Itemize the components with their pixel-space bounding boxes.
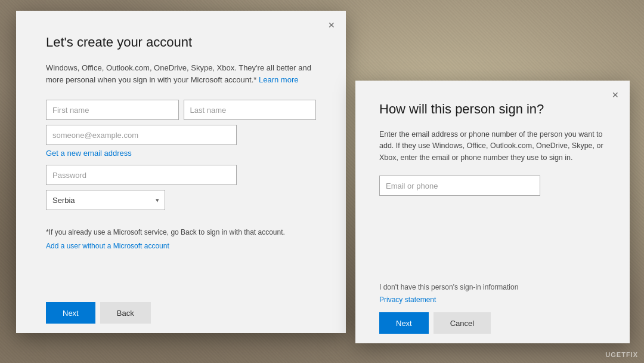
create-dialog-title: Let's create your account (46, 35, 316, 50)
signin-email-input[interactable] (379, 176, 540, 196)
learn-more-link[interactable]: Learn more (259, 75, 298, 84)
get-new-email-link[interactable]: Get a new email address (46, 149, 316, 158)
signin-dialog: ✕ How will this person sign in? Enter th… (355, 81, 630, 343)
signin-email-wrapper (379, 176, 606, 196)
first-name-input[interactable] (46, 100, 179, 120)
signin-next-button[interactable]: Next (379, 312, 429, 334)
country-select[interactable]: Serbia United States United Kingdom Germ… (46, 190, 165, 210)
password-row (46, 165, 316, 185)
watermark: UGETFIX (605, 351, 638, 358)
close-icon: ✕ (328, 20, 335, 30)
dont-have-info-text: I don't have this person's sign-in infor… (379, 283, 518, 291)
create-back-button[interactable]: Back (100, 302, 151, 324)
signin-cancel-button[interactable]: Cancel (434, 312, 491, 334)
signin-dialog-content: How will this person sign in? Enter the … (355, 81, 630, 223)
signin-dialog-description: Enter the email address or phone number … (379, 129, 606, 164)
add-without-ms-link[interactable]: Add a user without a Microsoft account (46, 242, 169, 250)
create-dialog-content: Let's create your account Windows, Offic… (16, 11, 346, 269)
signin-dialog-title: How will this person sign in? (379, 101, 606, 117)
country-select-wrapper: Serbia United States United Kingdom Germ… (46, 190, 165, 210)
create-dialog-description: Windows, Office, Outlook.com, OneDrive, … (46, 62, 316, 85)
email-input[interactable] (46, 125, 237, 145)
email-row (46, 125, 316, 145)
last-name-input[interactable] (184, 100, 317, 120)
password-input[interactable] (46, 165, 237, 185)
create-next-button[interactable]: Next (46, 302, 95, 324)
name-row (46, 100, 316, 120)
create-account-dialog: ✕ Let's create your account Windows, Off… (16, 11, 346, 333)
signin-bottom-links: I don't have this person's sign-in infor… (379, 283, 518, 304)
close-icon: ✕ (612, 90, 619, 100)
create-dialog-footer: Next Back (16, 293, 346, 333)
signin-dialog-close-button[interactable]: ✕ (606, 85, 625, 104)
create-dialog-close-button[interactable]: ✕ (322, 16, 341, 35)
footer-note: *If you already use a Microsoft service,… (46, 228, 316, 236)
signin-dialog-footer: Next Cancel (355, 303, 630, 343)
